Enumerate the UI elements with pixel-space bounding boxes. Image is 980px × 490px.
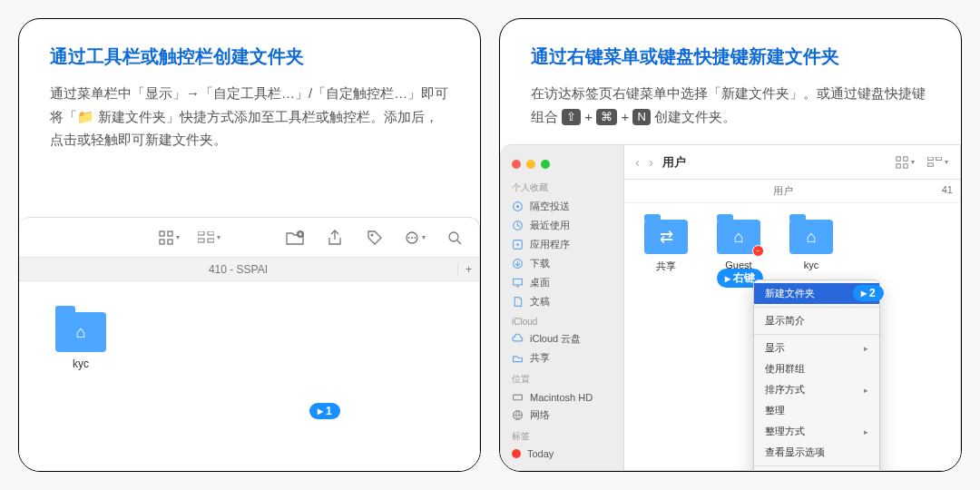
sidebar-item-applications[interactable]: 应用程序 — [501, 235, 623, 254]
svg-rect-3 — [168, 240, 172, 244]
svg-point-9 — [371, 233, 374, 236]
sidebar-item-airdrop[interactable]: 隔空投送 — [501, 197, 623, 216]
minimize-icon[interactable] — [526, 160, 535, 169]
view-icon-grid[interactable] — [893, 153, 916, 172]
svg-point-14 — [449, 232, 458, 241]
sidebar-heading: 个人收藏 — [501, 176, 623, 197]
sidebar-item-icloud[interactable]: iCloud 云盘 — [501, 329, 623, 348]
svg-rect-4 — [198, 231, 204, 235]
finder-toolbar: ‹ › 用户 — [624, 145, 960, 180]
menu-new-file[interactable]: 新建文件 — [754, 469, 879, 471]
group-icon[interactable] — [926, 153, 949, 172]
sidebar-item-downloads[interactable]: 下载 — [501, 254, 623, 273]
restricted-badge-icon: − — [752, 245, 764, 257]
folder-item[interactable]: ⌂−Guest — [717, 220, 760, 273]
finder-main: ‹ › 用户 用户41 ⇄共享 ⌂−Guest ⌂kyc ▸ 右键 新建文件夹 — [624, 145, 960, 470]
context-menu: 新建文件夹 显示简介 显示 使用群组 排序方式 整理 整理方式 查看显示选项 新… — [753, 279, 880, 471]
sidebar-heading: iCloud — [501, 311, 623, 329]
sidebar-item-shared[interactable]: 共享 — [501, 348, 623, 368]
folder-icon: ⌂ — [789, 220, 833, 254]
svg-rect-1 — [168, 231, 172, 236]
sidebar-heading: 标签 — [501, 425, 623, 446]
svg-rect-26 — [903, 163, 906, 167]
menu-separator — [754, 334, 879, 335]
action-icon[interactable] — [403, 229, 426, 247]
card-title: 通过工具栏或触控栏创建文件夹 — [50, 44, 449, 69]
svg-point-11 — [411, 237, 413, 239]
sidebar-item-desktop[interactable]: 桌面 — [501, 273, 623, 292]
maximize-icon[interactable] — [541, 160, 550, 169]
card-title: 通过右键菜单或键盘快捷键新建文件夹 — [531, 44, 930, 69]
menu-separator — [754, 307, 879, 308]
menu-clean-up[interactable]: 整理 — [754, 400, 879, 421]
traffic-lights — [501, 152, 623, 176]
finder-tab[interactable]: 410 - SSPAI — [19, 263, 457, 276]
sidebar-item-network[interactable]: 网络 — [501, 406, 623, 425]
finder-window: 410 - SSPAI + ⌂ kyc — [19, 217, 480, 471]
card-body: 个人收藏 隔空投送 最近使用 应用程序 下载 桌面 文稿 iCloud iClo… — [500, 144, 961, 471]
svg-rect-21 — [514, 395, 523, 400]
menu-sort-by[interactable]: 排序方式 — [754, 379, 879, 400]
step-badge-1: ▸ 1 — [309, 403, 340, 419]
search-icon[interactable] — [443, 229, 466, 247]
folder-icon: ⌂ — [55, 312, 106, 352]
sidebar-item-recents[interactable]: 最近使用 — [501, 216, 623, 235]
back-icon[interactable]: ‹ — [635, 154, 640, 170]
folder-item[interactable]: ⇄共享 — [644, 220, 688, 273]
svg-rect-20 — [514, 279, 523, 285]
sidebar-item-today[interactable]: Today — [501, 446, 623, 462]
new-folder-icon[interactable] — [283, 229, 307, 247]
menu-show[interactable]: 显示 — [754, 338, 879, 358]
svg-rect-2 — [160, 240, 164, 244]
card-description: 通过菜单栏中「显示」→「自定工具栏…」/「自定触控栏…」即可将「📁 新建文件夹」… — [50, 82, 449, 152]
svg-rect-0 — [160, 231, 164, 236]
new-tab-button[interactable]: + — [457, 263, 479, 276]
column-title: 用户41 — [624, 180, 960, 203]
card-description: 在访达标签页右键菜单中选择「新建文件夹」。或通过键盘快捷键组合 ⇧ + ⌘ + … — [531, 82, 930, 128]
svg-rect-24 — [903, 156, 906, 160]
menu-get-info[interactable]: 显示简介 — [754, 310, 879, 331]
folder-icon: ⇄ — [644, 220, 688, 254]
card-body: 410 - SSPAI + ⌂ kyc ▸ 1 — [19, 168, 480, 472]
svg-rect-6 — [198, 239, 204, 242]
svg-rect-28 — [936, 157, 941, 160]
folder-grid: ⇄共享 ⌂−Guest ⌂kyc — [624, 203, 960, 289]
group-icon[interactable] — [197, 229, 220, 247]
svg-rect-29 — [927, 162, 933, 165]
tab-strip: 410 - SSPAI + — [19, 258, 479, 281]
sidebar-item-documents[interactable]: 文稿 — [501, 292, 623, 311]
key-n: N — [632, 109, 650, 125]
sidebar-item-macintosh-hd[interactable]: Macintosh HD — [501, 388, 623, 406]
step-badge-2: ▸ 2 — [853, 285, 884, 301]
svg-rect-27 — [927, 157, 933, 160]
card-header: 通过工具栏或触控栏创建文件夹 通过菜单栏中「显示」→「自定工具栏…」/「自定触控… — [19, 19, 480, 168]
menu-separator — [754, 466, 879, 466]
key-shift: ⇧ — [562, 109, 581, 125]
view-icon-grid[interactable] — [157, 229, 181, 247]
folder-item[interactable]: ⌂kyc — [789, 220, 833, 273]
folder-item[interactable]: ⌂ kyc — [55, 312, 106, 370]
svg-rect-5 — [208, 231, 214, 235]
svg-rect-25 — [896, 163, 899, 167]
menu-use-groups[interactable]: 使用群组 — [754, 358, 879, 379]
finder-toolbar — [19, 218, 479, 258]
menu-clean-up-by[interactable]: 整理方式 — [754, 421, 879, 442]
close-icon[interactable] — [512, 160, 521, 169]
location-title: 用户 — [662, 154, 686, 171]
finder-sidebar: 个人收藏 隔空投送 最近使用 应用程序 下载 桌面 文稿 iCloud iClo… — [501, 145, 624, 470]
card-toolbar-method: 通过工具栏或触控栏创建文件夹 通过菜单栏中「显示」→「自定工具栏…」/「自定触控… — [18, 18, 481, 472]
forward-icon[interactable]: › — [649, 154, 653, 170]
folder-label: kyc — [55, 358, 106, 370]
svg-rect-23 — [896, 156, 899, 160]
share-icon[interactable] — [323, 229, 347, 247]
tag-icon[interactable] — [363, 229, 387, 247]
svg-point-16 — [516, 205, 519, 208]
key-cmd: ⌘ — [596, 109, 617, 125]
sidebar-heading: 位置 — [501, 368, 623, 388]
svg-point-12 — [407, 237, 409, 239]
menu-view-options[interactable]: 查看显示选项 — [754, 442, 879, 463]
card-context-menu-method: 通过右键菜单或键盘快捷键新建文件夹 在访达标签页右键菜单中选择「新建文件夹」。或… — [499, 18, 962, 472]
finder-window: 个人收藏 隔空投送 最近使用 应用程序 下载 桌面 文稿 iCloud iClo… — [500, 144, 961, 471]
folder-icon: ⌂− — [717, 220, 760, 254]
svg-point-13 — [414, 237, 416, 239]
